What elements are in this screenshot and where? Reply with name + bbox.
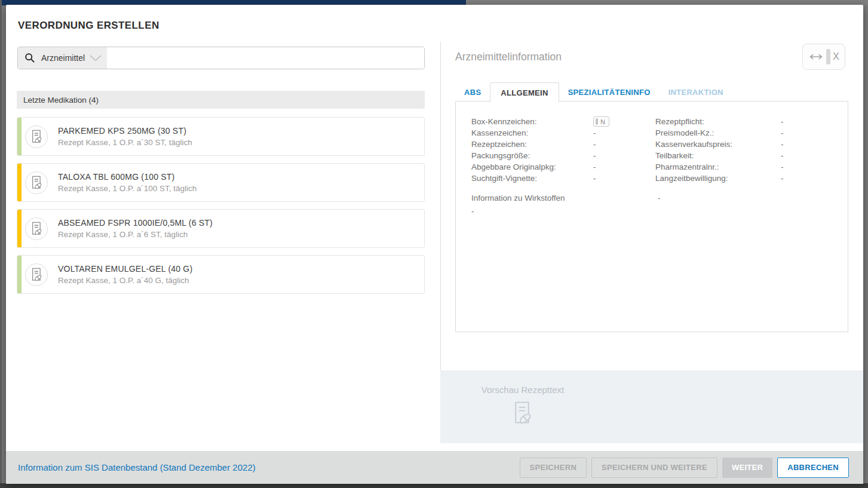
field-label: Abgebbare Originalpkg: bbox=[471, 161, 556, 173]
status-accent bbox=[17, 164, 22, 201]
field-value: N bbox=[593, 116, 609, 127]
field-label: Kassenverkaufspreis: bbox=[655, 139, 732, 150]
prescription-icon bbox=[25, 171, 48, 194]
tab[interactable]: ALLGEMEIN bbox=[490, 82, 559, 102]
field-label: Packungsgröße: bbox=[471, 150, 556, 161]
field-values-right: ------ bbox=[781, 116, 784, 184]
wirkstoffe-label: Information zu Wirkstoffen bbox=[471, 194, 565, 202]
field-value: - bbox=[781, 128, 784, 137]
field-value: - bbox=[781, 162, 784, 171]
controls-divider bbox=[826, 49, 830, 65]
search-bar: Arzneimittel bbox=[17, 47, 425, 69]
footer-buttons: SPEICHERN SPEICHERN UND WEITERE WEITER A… bbox=[520, 458, 849, 478]
field-label: Teilbarkeit: bbox=[655, 150, 732, 161]
panel-controls: X bbox=[802, 44, 845, 70]
field-label: Kassenzeichen: bbox=[471, 127, 556, 139]
field-labels-left: Box-Kennzeichen:Kassenzeichen:Rezeptzeic… bbox=[471, 116, 556, 184]
footer-button-label: WEITER bbox=[732, 463, 763, 472]
panel-title: Arzneimittelinformation bbox=[455, 51, 562, 63]
info-content: Box-Kennzeichen:Kassenzeichen:Rezeptzeic… bbox=[455, 101, 848, 332]
verordnung-dialog: VERORDNUNG ERSTELLEN Arzneimittel Letzte… bbox=[6, 5, 863, 484]
medication-item[interactable]: VOLTAREN EMULGEL-GEL (40 G) Rezept Kasse… bbox=[17, 255, 425, 294]
field-value: - bbox=[593, 140, 596, 149]
medication-details: Rezept Kasse, 1 O.P. a´100 ST, täglich bbox=[58, 184, 197, 193]
prescription-icon bbox=[475, 400, 571, 428]
field-value: - bbox=[593, 128, 596, 137]
wirkstoffe-value2: - bbox=[471, 207, 474, 216]
medication-item[interactable]: TALOXA TBL 600MG (100 ST) Rezept Kasse, … bbox=[17, 163, 425, 202]
medication-item[interactable]: ABSEAMED FSPR 1000IE/0,5ML (6 ST) Rezept… bbox=[17, 209, 425, 248]
medication-details: Rezept Kasse, 1 O.P. a´6 ST, täglich bbox=[58, 230, 213, 239]
prescription-icon bbox=[25, 217, 48, 240]
tab-label: ALLGEMEIN bbox=[501, 88, 548, 97]
background-edge bbox=[0, 0, 2, 488]
tab-label: INTERAKTION bbox=[668, 88, 723, 97]
tab-label: ABS bbox=[464, 88, 481, 97]
field-label: Langzeitbewilligung: bbox=[655, 173, 732, 184]
field-labels-right: Rezeptpflicht:Preismodell-Kz.:Kassenverk… bbox=[655, 116, 732, 184]
medication-details: Rezept Kasse, 1 O.P. a´40 G, täglich bbox=[58, 276, 192, 285]
medication-name: VOLTAREN EMULGEL-GEL (40 G) bbox=[58, 264, 192, 274]
tab-label: SPEZIALITÄTENINFO bbox=[568, 88, 651, 97]
footer-button[interactable]: SPEICHERN UND WEITERE bbox=[591, 458, 717, 478]
field-values-left: N----- bbox=[593, 116, 609, 184]
preview-section: Vorschau Rezepttext bbox=[440, 370, 863, 443]
field-label: Pharmazentralnr.: bbox=[655, 161, 732, 173]
last-medication-header: Letzte Medikation (4) bbox=[17, 91, 425, 109]
tab[interactable]: INTERAKTION bbox=[660, 82, 732, 102]
search-category-label: Arzneimittel bbox=[41, 53, 85, 63]
field-value: - bbox=[781, 174, 784, 183]
prescription-icon bbox=[25, 263, 48, 286]
left-right-arrow-icon bbox=[808, 53, 824, 61]
tab[interactable]: ABS bbox=[455, 82, 490, 102]
status-accent bbox=[17, 210, 22, 247]
preview-title: Vorschau Rezepttext bbox=[475, 385, 571, 395]
medication-name: ABSEAMED FSPR 1000IE/0,5ML (6 ST) bbox=[58, 218, 213, 228]
footer-button[interactable]: ABBRECHEN bbox=[777, 458, 849, 478]
footer-button[interactable]: WEITER bbox=[722, 458, 772, 478]
footer-button-label: ABBRECHEN bbox=[787, 463, 839, 472]
sis-info-link[interactable]: Information zum SIS Datenbestand (Stand … bbox=[18, 462, 256, 472]
medication-name: TALOXA TBL 600MG (100 ST) bbox=[58, 172, 197, 182]
search-input[interactable] bbox=[107, 47, 424, 69]
footer-button-label: SPEICHERN UND WEITERE bbox=[602, 463, 707, 472]
field-label: Rezeptzeichen: bbox=[471, 139, 556, 150]
search-icon bbox=[24, 53, 35, 63]
field-value: - bbox=[781, 140, 784, 149]
field-value: - bbox=[781, 151, 784, 160]
footer-button-label: SPEICHERN bbox=[530, 463, 577, 472]
tab[interactable]: SPEZIALITÄTENINFO bbox=[559, 82, 660, 102]
medication-details: Rezept Kasse, 1 O.P. a´30 ST, täglich bbox=[58, 138, 192, 147]
field-value: - bbox=[593, 151, 596, 160]
wirkstoffe-value: - bbox=[658, 194, 661, 202]
status-accent bbox=[17, 256, 22, 293]
medication-name: PARKEMED KPS 250MG (30 ST) bbox=[58, 126, 192, 136]
field-label: Box-Kennzeichen: bbox=[471, 116, 556, 127]
field-label: Suchtgift-Vignette: bbox=[471, 173, 556, 184]
background-bottom bbox=[0, 483, 868, 488]
page-title: VERORDNUNG ERSTELLEN bbox=[18, 20, 160, 32]
field-label: Preismodell-Kz.: bbox=[655, 127, 732, 139]
field-value: - bbox=[593, 162, 596, 171]
search-category-dropdown[interactable]: Arzneimittel bbox=[18, 47, 107, 69]
footer-bar: Information zum SIS Datenbestand (Stand … bbox=[6, 451, 863, 484]
expand-panel-button[interactable] bbox=[808, 53, 824, 61]
close-panel-button[interactable]: X bbox=[833, 51, 839, 62]
footer-button[interactable]: SPEICHERN bbox=[520, 458, 587, 478]
info-tabs: ABS ALLGEMEIN SPEZIALITÄTENINFO INTERAKT… bbox=[455, 82, 732, 102]
field-value: - bbox=[781, 117, 784, 126]
field-label: Rezeptpflicht: bbox=[655, 116, 732, 127]
field-value: - bbox=[593, 174, 596, 183]
prescription-icon bbox=[25, 125, 48, 148]
status-accent bbox=[17, 118, 22, 155]
medication-list: PARKEMED KPS 250MG (30 ST) Rezept Kasse,… bbox=[17, 117, 425, 301]
chevron-down-icon bbox=[89, 55, 102, 62]
medication-item[interactable]: PARKEMED KPS 250MG (30 ST) Rezept Kasse,… bbox=[17, 117, 425, 156]
